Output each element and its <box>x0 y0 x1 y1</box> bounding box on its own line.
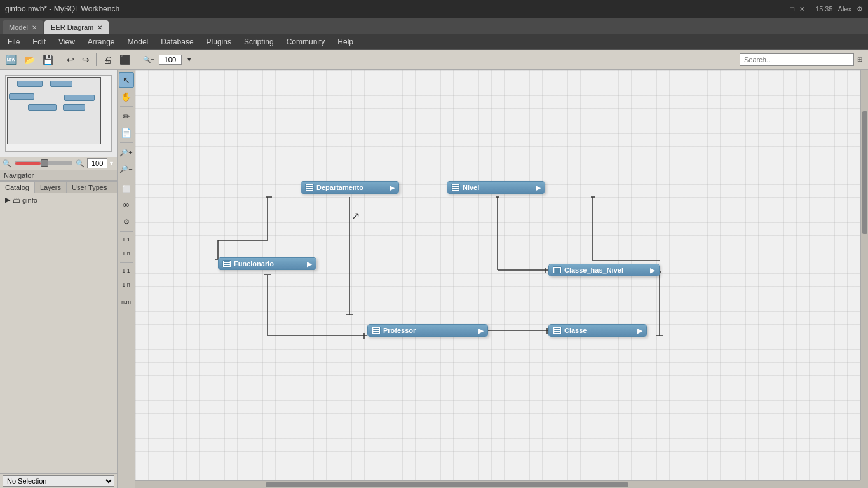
table-departamento[interactable]: Departamento ▶ <box>301 181 399 194</box>
close-button[interactable]: ✕ <box>799 5 805 13</box>
zoom-slider-thumb[interactable] <box>41 159 48 167</box>
grid-button[interactable]: ⬛ <box>116 53 133 67</box>
cursor-indicator: ↗ <box>351 210 360 222</box>
tool-rel-1-n[interactable]: 1:n <box>119 248 134 261</box>
catalog-tab[interactable]: Catalog <box>0 182 35 193</box>
tool-rel-1-1-b[interactable]: 1:1 <box>119 265 134 278</box>
table-icon <box>372 327 381 334</box>
table-funcionario-header[interactable]: Funcionario ▶ <box>219 258 316 269</box>
db-icon: 🗃 <box>13 196 20 204</box>
catalog-panel: Catalog Layers User Types ▶ 🗃 ginfo <box>0 181 117 473</box>
layers-tab[interactable]: Layers <box>35 182 67 193</box>
table-nivel-header[interactable]: Nivel ▶ <box>447 182 545 193</box>
menu-model[interactable]: Model <box>123 36 154 48</box>
table-icon <box>222 260 231 268</box>
table-funcionario-label: Funcionario <box>234 260 274 268</box>
tree-item-ginfo[interactable]: ▶ 🗃 ginfo <box>1 194 116 205</box>
table-icon <box>553 327 562 334</box>
menu-arrange[interactable]: Arrange <box>83 36 120 48</box>
zoom-out-icon[interactable]: 🔍 <box>3 159 11 168</box>
table-departamento-header[interactable]: Departamento ▶ <box>301 182 398 193</box>
maximize-button[interactable]: □ <box>790 5 794 13</box>
tool-rel-1-1[interactable]: 1:1 <box>119 234 134 247</box>
canvas-hscroll-thumb[interactable] <box>266 482 628 487</box>
tool-select[interactable]: ↖ <box>119 72 134 88</box>
user-types-tab[interactable]: User Types <box>67 182 112 193</box>
toolbar: 🆕 📂 💾 ↩ ↪ 🖨 ⬛ 🔍− ▼ ⊞ <box>0 50 868 70</box>
zoom-dropdown[interactable]: ▼ <box>183 54 196 65</box>
table-classe-has-nivel-expand[interactable]: ▶ <box>650 267 655 274</box>
table-nivel[interactable]: Nivel ▶ <box>447 181 545 194</box>
search-input[interactable] <box>740 53 854 66</box>
system-buttons[interactable]: — □ ✕ 15:35 Alex ⚙ <box>778 5 863 13</box>
canvas-vertical-scrollbar[interactable] <box>860 70 868 480</box>
zoom-input[interactable] <box>159 55 182 65</box>
zoom-in-icon[interactable]: 🔍 <box>76 159 85 168</box>
tool-rel-1-n-b[interactable]: 1:n <box>119 279 134 292</box>
menu-view[interactable]: View <box>53 36 80 48</box>
menu-database[interactable]: Database <box>156 36 198 48</box>
menu-file[interactable]: File <box>3 36 25 48</box>
menu-edit[interactable]: Edit <box>27 36 51 48</box>
table-icon <box>451 184 460 191</box>
menu-bar: File Edit View Arrange Model Database Pl… <box>0 34 868 50</box>
table-nivel-expand[interactable]: ▶ <box>536 184 541 191</box>
menu-scripting[interactable]: Scripting <box>239 36 279 48</box>
clock: 15:35 <box>815 5 833 13</box>
tool-hand[interactable]: ✋ <box>119 89 134 104</box>
zoom-out-small[interactable]: 🔍− <box>140 54 158 65</box>
tool-zoom-in[interactable]: 🔎+ <box>119 145 134 160</box>
canvas-area[interactable]: Departamento ▶ Nivel ▶ <box>135 70 868 488</box>
tab-eer-diagram[interactable]: EER Diagram ✕ <box>44 20 109 34</box>
table-classe-header[interactable]: Classe ▶ <box>549 325 646 336</box>
menu-community[interactable]: Community <box>281 36 330 48</box>
minimize-button[interactable]: — <box>778 5 785 13</box>
window-title: ginfoo.mwb* - MySQL Workbench <box>5 4 119 13</box>
tab-model[interactable]: Model ✕ <box>3 20 43 34</box>
open-button[interactable]: 📂 <box>21 53 38 67</box>
tool-table[interactable]: ⬜ <box>119 181 134 196</box>
canvas[interactable]: Departamento ▶ Nivel ▶ <box>135 70 868 488</box>
tool-eraser[interactable]: ✏ <box>119 109 134 124</box>
tool-routine[interactable]: ⚙ <box>119 214 134 229</box>
menu-help[interactable]: Help <box>332 36 358 48</box>
canvas-horizontal-scrollbar[interactable] <box>135 480 860 488</box>
table-funcionario[interactable]: Funcionario ▶ <box>218 257 316 270</box>
settings-icon[interactable]: ⚙ <box>857 5 863 13</box>
zoom-slider[interactable] <box>15 161 72 165</box>
table-funcionario-expand[interactable]: ▶ <box>307 261 312 268</box>
nav-viewport <box>7 77 101 144</box>
tool-separator-4 <box>120 231 133 232</box>
table-departamento-expand[interactable]: ▶ <box>390 184 395 191</box>
menu-plugins[interactable]: Plugins <box>201 36 236 48</box>
tool-zoom-out[interactable]: 🔎− <box>119 161 134 177</box>
tool-note[interactable]: 📄 <box>119 125 134 140</box>
new-button[interactable]: 🆕 <box>3 53 20 67</box>
table-classe-has-nivel-header[interactable]: Classe_has_Nivel ▶ <box>549 264 659 276</box>
undo-button[interactable]: ↩ <box>64 53 78 67</box>
tool-view[interactable]: 👁 <box>119 198 134 213</box>
table-classe-has-nivel[interactable]: Classe_has_Nivel ▶ <box>548 264 660 276</box>
table-professor-expand[interactable]: ▶ <box>478 327 484 334</box>
redo-button[interactable]: ↪ <box>79 53 93 67</box>
nav-zoom-input[interactable] <box>87 158 107 168</box>
tab-eer-close[interactable]: ✕ <box>97 24 102 31</box>
tool-rel-nm[interactable]: n:m <box>119 296 134 309</box>
connections-svg <box>135 70 868 488</box>
table-professor[interactable]: Professor ▶ <box>367 324 488 337</box>
navigator-preview[interactable] <box>0 70 117 157</box>
search-options-button[interactable]: ⊞ <box>854 54 865 65</box>
canvas-vscroll-thumb[interactable] <box>862 111 867 234</box>
table-classe[interactable]: Classe ▶ <box>548 324 647 337</box>
table-professor-header[interactable]: Professor ▶ <box>368 325 487 336</box>
table-classe-expand[interactable]: ▶ <box>637 327 642 334</box>
navigator-panel: 🔍 🔍 ▼ Navigator <box>0 70 117 181</box>
table-professor-label: Professor <box>383 327 416 334</box>
user-label: Alex <box>838 5 851 13</box>
tab-model-close[interactable]: ✕ <box>32 24 37 31</box>
nav-zoom-dropdown[interactable]: ▼ <box>109 160 114 166</box>
zoom-control: 🔍− ▼ <box>140 54 196 65</box>
selection-dropdown[interactable]: No Selection <box>3 475 114 487</box>
print-button[interactable]: 🖨 <box>100 53 115 67</box>
save-button[interactable]: 💾 <box>39 53 57 67</box>
